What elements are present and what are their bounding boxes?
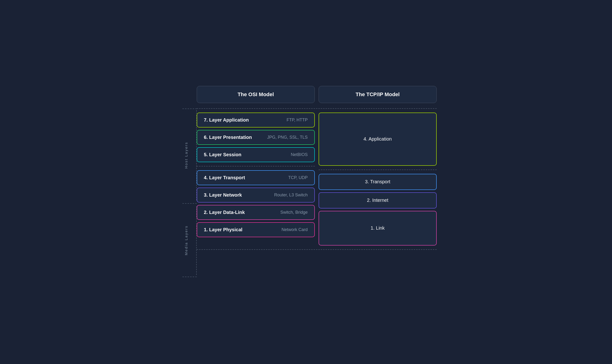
layer-2-box: 2. Layer Data-Link Switch, Bridge	[197, 205, 315, 220]
tcp-column: 4. Application 3. Transport 2. Internet	[319, 113, 437, 246]
tcp-title: The TCP/IP Model	[356, 91, 399, 97]
tcp-internet-box: 2. Internet	[319, 192, 437, 208]
layer-4-protocol: TCP, UDP	[288, 175, 308, 180]
tcp-application-name: 4. Application	[363, 136, 392, 142]
tcp-link-box: 1. Link	[319, 211, 437, 246]
tcp-header: The TCP/IP Model	[319, 86, 437, 103]
osi-title: The OSI Model	[238, 91, 274, 97]
layer-5-protocol: NetBIOS	[291, 152, 308, 157]
layer-6-box: 6. Layer Presentation JPG, PNG, SSL, TLS	[197, 130, 315, 145]
diagram-wrapper: The OSI Model The TCP/IP Model Host Laye…	[175, 86, 437, 278]
layer-3-name: 3. Layer Network	[204, 192, 242, 198]
osi-column: 7. Layer Application FTP, HTTP 6. Layer …	[197, 113, 315, 246]
layer-7-name: 7. Layer Application	[204, 117, 249, 123]
layer-3-protocol: Router, L3 Switch	[274, 193, 308, 197]
layer-4-box: 4. Layer Transport TCP, UDP	[197, 170, 315, 185]
two-columns: 7. Layer Application FTP, HTTP 6. Layer …	[197, 113, 437, 246]
layer-7-protocol: FTP, HTTP	[287, 117, 308, 123]
header-row: The OSI Model The TCP/IP Model	[197, 86, 437, 103]
layer-6-protocol: JPG, PNG, SSL, TLS	[267, 135, 308, 140]
tcp-internet-name: 2. Internet	[367, 197, 388, 203]
body-section: Host Layers Media Layers	[175, 107, 437, 278]
tcp-application-box: 4. Application	[319, 113, 437, 166]
layer-4-name: 4. Layer Transport	[204, 175, 245, 181]
tcp-transport-name: 3. Transport	[365, 179, 390, 184]
mid-dashed-line	[197, 166, 315, 167]
layer-7-box: 7. Layer Application FTP, HTTP	[197, 113, 315, 128]
right-content: 7. Layer Application FTP, HTTP 6. Layer …	[197, 107, 437, 278]
top-dashed-line	[197, 108, 437, 109]
osi-header: The OSI Model	[197, 86, 315, 103]
media-label-area: Media Layers	[175, 206, 197, 275]
host-layers-label-container: Host Layers	[175, 110, 197, 200]
layer-5-box: 5. Layer Session NetBIOS	[197, 147, 315, 162]
layer-1-protocol: Network Card	[281, 227, 308, 232]
layer-2-name: 2. Layer Data-Link	[204, 210, 245, 215]
side-labels-column: Host Layers Media Layers	[175, 107, 197, 278]
tcp-mid-dashed-line	[319, 169, 437, 170]
tcp-link-name: 1. Link	[371, 225, 385, 231]
layer-5-name: 5. Layer Session	[204, 152, 241, 157]
layer-6-name: 6. Layer Presentation	[204, 135, 252, 140]
tcp-transport-box: 3. Transport	[319, 174, 437, 190]
host-layers-label: Host Layers	[184, 142, 188, 169]
layer-1-box: 1. Layer Physical Network Card	[197, 222, 315, 237]
layer-3-box: 3. Layer Network Router, L3 Switch	[197, 188, 315, 203]
media-layers-label-container: Media Layers	[175, 206, 197, 275]
layer-2-protocol: Switch, Bridge	[280, 210, 308, 215]
media-layers-label: Media Layers	[184, 225, 188, 255]
bottom-dashed-line	[197, 249, 437, 250]
layer-1-name: 1. Layer Physical	[204, 227, 242, 233]
